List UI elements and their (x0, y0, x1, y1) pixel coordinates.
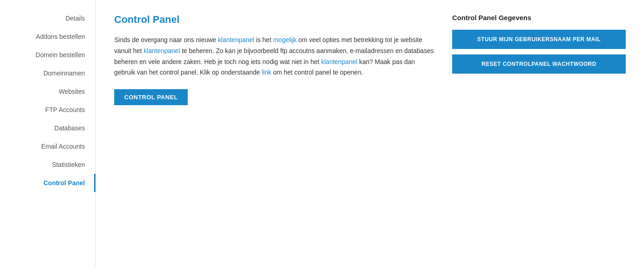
sidebar-item-email-accounts[interactable]: Email Accounts (0, 137, 95, 155)
control-panel-button[interactable]: CONTROL PANEL (114, 89, 188, 105)
right-panel-title: Control Panel Gegevens (452, 14, 626, 21)
sidebar-item-databases[interactable]: Databases (0, 119, 95, 137)
sidebar-item-statistieken[interactable]: Statistieken (0, 155, 95, 174)
link-control-panel-open[interactable]: link (262, 69, 271, 76)
sidebar-item-details[interactable]: Details (0, 9, 95, 27)
link-klantenpanel-1[interactable]: klantenpanel (218, 36, 254, 43)
sidebar-item-addons-bestellen[interactable]: Addons bestellen (0, 27, 95, 46)
content-body: Control Panel Sinds de overgang naar ons… (114, 14, 434, 254)
send-username-button[interactable]: STUUR MIJN GEBRUIKERSNAAM PER MAIL (452, 30, 626, 49)
page-title: Control Panel (114, 14, 434, 26)
sidebar-item-websites[interactable]: Websites (0, 82, 95, 101)
main-content: Control Panel Sinds de overgang naar ons… (96, 0, 644, 268)
sidebar-item-ftp-accounts[interactable]: FTP Accounts (0, 101, 95, 119)
sidebar-item-domeinnamen[interactable]: Domeinnamen (0, 64, 95, 82)
description-paragraph: Sinds de overgang naar ons nieuwe klante… (114, 35, 434, 78)
sidebar: Details Addons bestellen Domein bestelle… (0, 0, 96, 268)
right-panel: Control Panel Gegevens STUUR MIJN GEBRUI… (452, 14, 626, 254)
link-mogelijk[interactable]: mogelijk (273, 36, 296, 43)
page-wrapper: Details Addons bestellen Domein bestelle… (0, 0, 644, 268)
link-klantenpanel-3[interactable]: klantenpanel (321, 58, 357, 65)
sidebar-item-control-panel[interactable]: Control Panel (0, 174, 95, 192)
link-klantenpanel-2[interactable]: klantenpanel (144, 47, 180, 54)
sidebar-item-domein-bestellen[interactable]: Domein bestellen (0, 46, 95, 64)
reset-password-button[interactable]: RESET CONTROLPANEL WACHTWOORD (452, 54, 626, 74)
